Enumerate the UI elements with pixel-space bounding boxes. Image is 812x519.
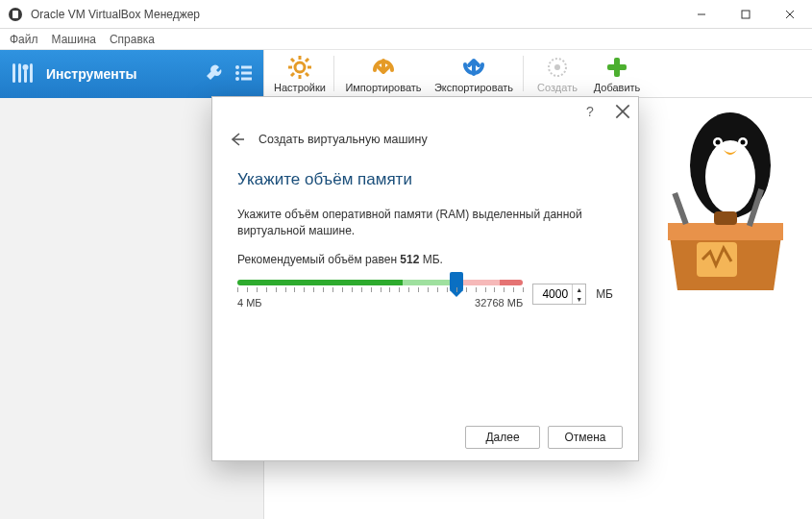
- window-maximize-button[interactable]: [724, 0, 768, 29]
- svg-line-24: [291, 73, 294, 76]
- sidebar-item-instruments[interactable]: Инструменты: [0, 50, 263, 98]
- toolbar-add-button[interactable]: Добавить: [587, 50, 647, 97]
- sidebar-item-label: Инструменты: [46, 66, 137, 82]
- list-icon: [234, 63, 254, 86]
- export-icon: [461, 55, 486, 80]
- svg-rect-40: [672, 192, 688, 225]
- import-icon: [371, 55, 396, 80]
- svg-line-23: [306, 73, 308, 76]
- wrench-icon: [204, 62, 225, 86]
- wizard-breadcrumb: Создать виртуальную машину: [258, 133, 428, 146]
- svg-point-11: [235, 65, 239, 69]
- dialog-close-button[interactable]: [615, 104, 630, 119]
- toolbar-create-button[interactable]: Создать: [528, 50, 587, 97]
- wizard-description: Укажите объём оперативной памяти (RAM) в…: [237, 207, 613, 240]
- menu-help[interactable]: Справка: [110, 33, 155, 46]
- menubar: Файл Машина Справка: [0, 29, 812, 50]
- spin-down-button[interactable]: ▼: [573, 294, 585, 304]
- toolbar-export-label: Экспортировать: [434, 82, 513, 93]
- svg-point-17: [295, 62, 305, 72]
- svg-point-15: [235, 77, 239, 81]
- toolbar-settings-label: Настройки: [274, 82, 326, 93]
- slider-ticks: [237, 287, 523, 295]
- svg-rect-1: [12, 11, 18, 18]
- svg-point-33: [716, 140, 721, 145]
- svg-rect-9: [24, 69, 27, 83]
- wizard-heading: Укажите объём памяти: [237, 170, 613, 189]
- window-minimize-button[interactable]: [679, 0, 724, 29]
- tools-icon: [10, 60, 37, 89]
- toolbar-export-button[interactable]: Экспортировать: [429, 50, 519, 97]
- svg-line-22: [291, 59, 294, 62]
- menu-machine[interactable]: Машина: [52, 33, 96, 46]
- spin-up-button[interactable]: ▲: [573, 284, 585, 294]
- window-title: Oracle VM VirtualBox Менеджер: [31, 8, 200, 21]
- svg-rect-10: [30, 63, 33, 83]
- toolbar-separator: [523, 56, 524, 91]
- create-vm-wizard-dialog: ? Создать виртуальную машину Укажите объ…: [211, 96, 639, 461]
- memory-input[interactable]: [533, 287, 572, 301]
- svg-rect-37: [714, 211, 737, 225]
- window-close-button[interactable]: [768, 0, 812, 29]
- toolbar-create-label: Создать: [537, 82, 578, 93]
- create-icon: [545, 55, 570, 80]
- svg-rect-29: [607, 64, 627, 70]
- toolbar-separator: [333, 56, 334, 91]
- svg-point-35: [741, 140, 746, 145]
- svg-rect-16: [241, 77, 252, 80]
- wizard-recommendation: Рекомендуемый объём равен 512 МБ.: [237, 252, 613, 268]
- toolbar: Настройки Импортировать Экспортировать: [264, 50, 812, 98]
- toolbar-add-label: Добавить: [594, 82, 641, 93]
- svg-point-13: [235, 71, 239, 75]
- slider-min-label: 4 МБ: [237, 297, 262, 309]
- gear-icon: [287, 55, 312, 80]
- toolbar-import-button[interactable]: Импортировать: [338, 50, 429, 97]
- svg-point-31: [705, 140, 755, 213]
- mascot-image: [639, 108, 802, 300]
- menu-file[interactable]: Файл: [10, 33, 38, 46]
- svg-rect-3: [742, 11, 750, 18]
- svg-point-27: [554, 64, 560, 70]
- memory-spinbox[interactable]: ▲ ▼: [532, 284, 586, 305]
- slider-max-label: 32768 МБ: [475, 297, 523, 309]
- wizard-back-button[interactable]: [228, 130, 247, 149]
- wizard-next-button[interactable]: Далее: [465, 426, 540, 449]
- plus-icon: [604, 55, 629, 80]
- app-icon: [8, 7, 23, 22]
- svg-text:?: ?: [586, 104, 594, 119]
- svg-line-25: [306, 59, 308, 62]
- svg-rect-12: [241, 65, 252, 68]
- svg-rect-14: [241, 71, 252, 74]
- toolbar-settings-button[interactable]: Настройки: [270, 50, 330, 97]
- svg-rect-7: [18, 63, 21, 83]
- dialog-help-button[interactable]: ?: [582, 104, 598, 119]
- memory-slider-track[interactable]: [237, 280, 523, 285]
- memory-unit-label: МБ: [596, 287, 613, 301]
- toolbar-import-label: Импортировать: [345, 82, 421, 93]
- wizard-cancel-button[interactable]: Отмена: [548, 426, 623, 449]
- svg-rect-6: [12, 63, 15, 83]
- window-titlebar: Oracle VM VirtualBox Менеджер: [0, 0, 812, 29]
